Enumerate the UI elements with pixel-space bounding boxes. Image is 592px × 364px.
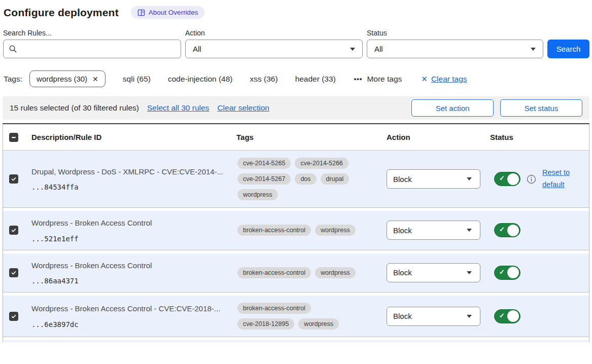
- action-cell: Block: [380, 307, 484, 326]
- tag-option-header[interactable]: header (33): [295, 75, 336, 84]
- tag-pill: wordpress: [315, 225, 356, 236]
- indeterminate-icon: [11, 134, 17, 140]
- row-checkbox[interactable]: [9, 226, 18, 235]
- ellipsis-icon: •••: [354, 75, 363, 83]
- description-cell: Wordpress - Broken Access Control ...521…: [25, 218, 230, 243]
- selected-tag-chip[interactable]: wordpress (30) ✕: [29, 70, 106, 87]
- page-header: Configure deployment About Overrides: [4, 6, 589, 19]
- book-icon: [137, 9, 145, 16]
- reset-to-default-link[interactable]: Reset to default: [542, 167, 574, 191]
- table-header: Description/Rule ID Tags Action Status: [3, 124, 589, 151]
- action-select-value: Block: [393, 175, 412, 184]
- tag-option-code-injection[interactable]: code-injection (48): [168, 75, 233, 84]
- next-row-sliver: [3, 340, 589, 342]
- tags-cell: cve-2014-5265cve-2014-5266cve-2014-5267d…: [230, 158, 380, 200]
- check-icon: [11, 313, 17, 319]
- action-select[interactable]: Block: [387, 307, 480, 326]
- table-row: Wordpress - Broken Access Control - CVE:…: [3, 296, 589, 337]
- rule-id: ...86aa4371: [31, 277, 230, 285]
- row-checkbox[interactable]: [9, 174, 18, 184]
- tag-option-sqli[interactable]: sqli (65): [123, 75, 151, 84]
- row-tags: broken-access-controlwordpress: [237, 267, 365, 278]
- row-divider: [3, 250, 589, 253]
- filter-bar: Search Rules... Action All Status All: [3, 29, 589, 58]
- action-select[interactable]: Block: [387, 169, 480, 189]
- table-row: Drupal, Wordpress - DoS - XMLRPC - CVE:C…: [3, 151, 589, 207]
- action-cell: Block: [380, 169, 484, 189]
- status-cell: ✓: [484, 266, 589, 280]
- select-all-link[interactable]: Select all 30 rules: [147, 103, 209, 113]
- tags-cell: broken-access-controlwordpress: [230, 267, 380, 278]
- tag-option-xss[interactable]: xss (36): [250, 75, 278, 84]
- action-dropdown-value: All: [191, 45, 201, 53]
- status-dropdown[interactable]: All: [367, 40, 543, 58]
- clear-tags-button[interactable]: ✕ Clear tags: [421, 75, 467, 84]
- reset-to-default-label: Reset to default: [542, 168, 570, 189]
- check-icon: [11, 227, 17, 233]
- column-action: Action: [380, 133, 484, 141]
- chevron-down-icon: [467, 315, 472, 318]
- row-tags: broken-access-controlwordpress: [237, 225, 365, 236]
- action-cell: Block: [380, 221, 484, 240]
- check-icon: ✓: [499, 174, 505, 182]
- description-cell: Wordpress - Broken Access Control - CVE:…: [25, 304, 230, 329]
- table-row: Wordpress - Broken Access Control ...86a…: [3, 253, 589, 293]
- rule-description: Wordpress - Broken Access Control: [31, 218, 230, 228]
- clear-selection-link[interactable]: Clear selection: [217, 103, 269, 113]
- status-toggle[interactable]: ✓: [494, 223, 520, 237]
- select-all-checkbox[interactable]: [9, 133, 18, 142]
- check-icon: ✓: [499, 268, 505, 276]
- search-button[interactable]: Search: [547, 40, 589, 58]
- check-icon: [11, 270, 17, 276]
- row-divider: [3, 292, 589, 296]
- more-tags-label: More tags: [367, 75, 402, 84]
- status-toggle[interactable]: ✓: [494, 172, 520, 186]
- tag-pill: wordpress: [315, 267, 356, 278]
- row-checkbox[interactable]: [9, 312, 18, 321]
- action-dropdown[interactable]: All: [185, 40, 363, 58]
- search-input-box[interactable]: [3, 40, 181, 58]
- tag-pill: broken-access-control: [237, 267, 311, 278]
- action-select[interactable]: Block: [387, 263, 480, 282]
- check-icon: ✓: [499, 226, 505, 233]
- tag-pill: cve-2014-5265: [237, 158, 291, 169]
- column-tags: Tags: [230, 133, 380, 141]
- status-cell: ✓: [484, 223, 589, 237]
- table-body: Drupal, Wordpress - DoS - XMLRPC - CVE:C…: [3, 151, 589, 340]
- info-icon[interactable]: [527, 174, 536, 184]
- clear-tags-label: Clear tags: [431, 75, 467, 84]
- selection-bar: 15 rules selected (of 30 filtered rules)…: [3, 96, 589, 120]
- remove-tag-icon[interactable]: ✕: [92, 75, 98, 83]
- chevron-down-icon: [531, 48, 536, 51]
- chevron-down-icon: [350, 48, 355, 51]
- about-overrides-badge[interactable]: About Overrides: [131, 6, 205, 19]
- action-label: Action: [185, 29, 363, 37]
- status-dropdown-value: All: [372, 45, 383, 53]
- column-status: Status: [484, 133, 589, 141]
- search-input[interactable]: [21, 45, 176, 53]
- tags-cell: broken-access-controlwordpress: [230, 225, 380, 236]
- status-toggle[interactable]: ✓: [494, 309, 520, 323]
- action-select[interactable]: Block: [387, 221, 480, 240]
- check-icon: [11, 176, 17, 182]
- rules-table: Description/Rule ID Tags Action Status D…: [3, 123, 589, 342]
- rule-id: ...6e3897dc: [31, 320, 230, 329]
- configure-deployment-page: Configure deployment About Overrides Sea…: [0, 0, 592, 342]
- status-toggle[interactable]: ✓: [494, 266, 520, 280]
- row-tags: cve-2014-5265cve-2014-5266cve-2014-5267d…: [237, 158, 365, 200]
- rule-description: Wordpress - Broken Access Control - CVE:…: [31, 304, 230, 314]
- description-cell: Wordpress - Broken Access Control ...86a…: [25, 261, 230, 285]
- tags-cell: broken-access-controlcve-2018-12895wordp…: [230, 303, 380, 330]
- close-icon: ✕: [421, 75, 428, 84]
- check-icon: ✓: [499, 312, 505, 319]
- action-select-value: Block: [393, 312, 412, 320]
- set-action-button[interactable]: Set action: [411, 99, 494, 117]
- row-checkbox[interactable]: [9, 268, 18, 277]
- set-status-button[interactable]: Set status: [500, 99, 582, 117]
- row-divider: [3, 337, 589, 340]
- search-label: Search Rules...: [3, 29, 181, 37]
- tag-pill: broken-access-control: [237, 225, 311, 236]
- selected-tag-label: wordpress (30): [37, 75, 87, 83]
- more-tags-button[interactable]: ••• More tags: [354, 75, 402, 84]
- action-select-value: Block: [393, 226, 412, 235]
